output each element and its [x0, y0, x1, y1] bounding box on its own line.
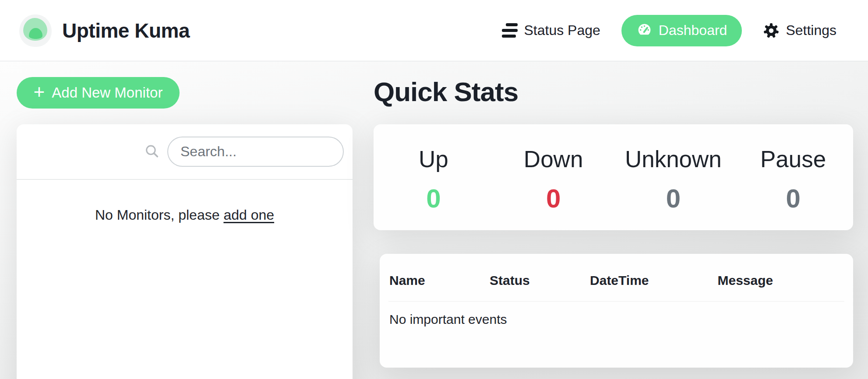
- uptime-kuma-logo-icon: [19, 14, 52, 47]
- nav-status-page[interactable]: Status Page: [502, 22, 600, 39]
- monitor-list-panel: No Monitors, please add one: [17, 124, 353, 379]
- nav-dashboard-label: Dashboard: [659, 22, 727, 39]
- events-empty-row: No important events: [388, 302, 844, 327]
- sidebar: + Add New Monitor No Monitors, please ad…: [17, 77, 353, 379]
- stat-unknown-value: 0: [666, 186, 681, 212]
- nav-settings[interactable]: Settings: [763, 22, 836, 39]
- gear-icon: [763, 22, 780, 39]
- events-table-header-row: Name Status DateTime Message: [388, 254, 844, 302]
- important-events-card: Name Status DateTime Message No importan…: [380, 254, 853, 368]
- stat-pause-label: Pause: [760, 146, 826, 172]
- add-new-monitor-button[interactable]: + Add New Monitor: [17, 77, 180, 109]
- page-content: + Add New Monitor No Monitors, please ad…: [0, 62, 868, 379]
- quick-stats-card: Up 0 Down 0 Unknown 0 Pause 0: [374, 124, 853, 230]
- stat-pause: Pause 0: [733, 146, 853, 212]
- nav-dashboard[interactable]: Dashboard: [621, 15, 742, 46]
- app-title: Uptime Kuma: [62, 19, 190, 42]
- stat-up-value: 0: [426, 186, 441, 212]
- stat-down-value: 0: [546, 186, 561, 212]
- column-header-name: Name: [388, 254, 489, 302]
- stat-unknown-label: Unknown: [625, 146, 722, 172]
- search-input[interactable]: [167, 137, 344, 167]
- stat-up-label: Up: [419, 146, 448, 172]
- no-events-text: No important events: [388, 302, 844, 327]
- stat-down-label: Down: [524, 146, 583, 172]
- stream-list-icon: [502, 23, 518, 38]
- app-header: Uptime Kuma Status Page Dashboard: [0, 0, 868, 61]
- nav-settings-label: Settings: [786, 22, 836, 39]
- add-new-monitor-label: Add New Monitor: [52, 84, 162, 101]
- plus-icon: +: [34, 82, 45, 102]
- column-header-message: Message: [717, 254, 845, 302]
- brand-home-link[interactable]: Uptime Kuma: [19, 14, 190, 47]
- add-one-link[interactable]: add one: [223, 207, 274, 223]
- stat-up: Up 0: [374, 146, 494, 212]
- events-table: Name Status DateTime Message No importan…: [388, 254, 844, 327]
- no-monitors-text: No Monitors, please: [95, 207, 223, 223]
- no-monitors-message: No Monitors, please add one: [17, 180, 353, 223]
- column-header-status: Status: [489, 254, 589, 302]
- monitor-search-row: [17, 124, 353, 180]
- search-icon: [144, 144, 160, 160]
- page-title: Quick Stats: [374, 76, 518, 107]
- nav-status-page-label: Status Page: [524, 22, 600, 39]
- main-nav: Status Page Dashboard: [502, 15, 836, 46]
- stat-pause-value: 0: [786, 186, 800, 212]
- tachometer-icon: [636, 22, 653, 39]
- stat-down: Down 0: [494, 146, 614, 212]
- stat-unknown: Unknown 0: [614, 146, 734, 212]
- column-header-datetime: DateTime: [589, 254, 716, 302]
- uptime-kuma-app: Uptime Kuma Status Page Dashboard: [0, 0, 868, 379]
